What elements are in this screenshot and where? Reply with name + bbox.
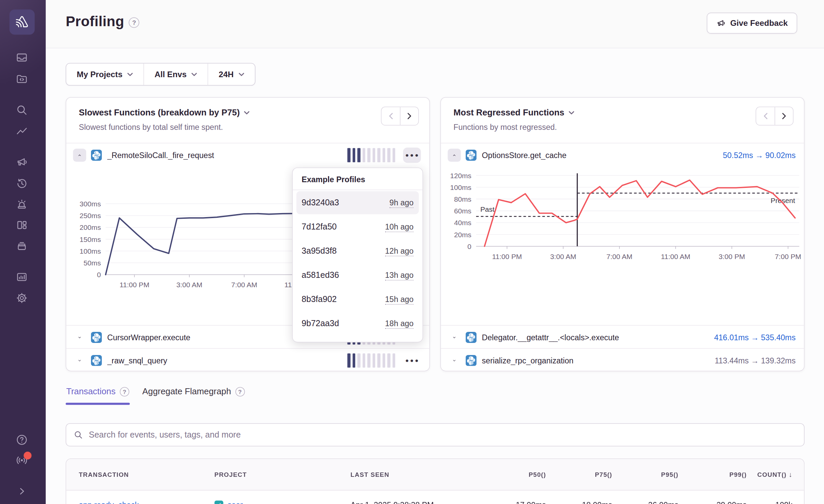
history-clock-icon[interactable]	[15, 177, 28, 190]
column-project[interactable]: PROJECT	[215, 471, 351, 478]
help-icon[interactable]: ?	[129, 17, 139, 28]
trend-line-icon[interactable]	[15, 125, 28, 138]
profile-item[interactable]: a581ed3613h ago	[296, 264, 419, 287]
sentry-logo[interactable]	[9, 9, 35, 35]
svg-text:100ms: 100ms	[450, 184, 471, 191]
after-value: 139.32ms	[761, 356, 795, 365]
help-icon[interactable]: ?	[235, 387, 245, 396]
python-icon	[91, 355, 102, 366]
prev-page-button[interactable]	[756, 107, 775, 125]
profile-item[interactable]: 7d12fa5010h ago	[296, 215, 419, 239]
function-row[interactable]: _raw_snql_query ●●●	[66, 348, 429, 372]
column-count[interactable]: COUNT()↓	[747, 470, 792, 478]
profile-id: 9d3240a3	[302, 198, 339, 207]
svg-text:11:00 PM: 11:00 PM	[492, 253, 522, 260]
function-row[interactable]: OptionsStore.get_cache 50.52ms → 90.02ms	[441, 143, 804, 166]
inbox-icon[interactable]	[15, 51, 28, 64]
projects-filter[interactable]: My Projects	[66, 63, 143, 85]
profile-id: 9b72aa3d	[302, 319, 339, 328]
before-value: 113.44ms	[715, 356, 748, 365]
table-row[interactable]: app.ready_check seer Apr 1, 2025 9:28:38…	[66, 491, 804, 504]
next-page-button[interactable]	[775, 107, 793, 125]
tab-aggregate-flamegraph[interactable]: Aggregate Flamegraph?	[142, 387, 245, 405]
column-p75[interactable]: P75()	[546, 471, 612, 478]
svg-text:80ms: 80ms	[454, 195, 471, 203]
function-name: Delegator.__getattr__.<locals>.execute	[482, 333, 710, 342]
expand-button[interactable]	[448, 354, 461, 367]
megaphone-icon	[716, 18, 725, 28]
svg-text:3:00 AM: 3:00 AM	[176, 281, 202, 289]
dropdown-title: Example Profiles	[293, 168, 423, 190]
help-icon[interactable]: ?	[120, 387, 129, 396]
search-icon[interactable]	[15, 103, 28, 116]
column-p50[interactable]: P50()	[476, 471, 546, 478]
column-count-label: COUNT()	[757, 471, 786, 478]
tab-transactions[interactable]: Transactions?	[66, 387, 130, 405]
archive-box-icon[interactable]	[15, 239, 28, 252]
transaction-link[interactable]: app.ready_check	[79, 500, 215, 504]
svg-text:50ms: 50ms	[84, 259, 101, 267]
svg-text:150ms: 150ms	[80, 236, 101, 243]
expand-button[interactable]	[448, 331, 461, 344]
megaphone-icon[interactable]	[15, 155, 28, 168]
regression-values[interactable]: 50.52ms → 90.02ms	[723, 150, 796, 159]
svg-text:11:00 AM: 11:00 AM	[661, 253, 690, 260]
layout-grid-icon[interactable]	[15, 218, 28, 231]
example-profiles-dropdown: Example Profiles 9d3240a39h ago 7d12fa50…	[292, 167, 423, 342]
give-feedback-button[interactable]: Give Feedback	[706, 13, 797, 34]
function-row[interactable]: Delegator.__getattr__.<locals>.execute 4…	[441, 325, 804, 349]
profile-age[interactable]: 12h ago	[385, 246, 414, 256]
slowest-functions-header: Slowest Functions (breakdown by P75) Slo…	[66, 98, 429, 143]
gear-icon[interactable]	[15, 292, 28, 304]
project-cell[interactable]: seer	[215, 500, 351, 504]
collapse-button[interactable]	[448, 148, 461, 161]
function-row[interactable]: serialize_rpc_organization 113.44ms → 13…	[441, 348, 804, 372]
date-range-filter[interactable]: 24H	[208, 63, 255, 85]
svg-text:200ms: 200ms	[80, 223, 101, 231]
column-p99[interactable]: P99()	[678, 471, 746, 478]
profile-item[interactable]: 9b72aa3d18h ago	[296, 312, 419, 335]
more-options-button[interactable]: ●●●	[403, 147, 421, 162]
arrow-right-icon: →	[751, 356, 759, 365]
slowest-functions-title-select[interactable]: Slowest Functions (breakdown by P75)	[79, 108, 417, 118]
chevron-left-icon	[387, 112, 394, 120]
profile-age[interactable]: 10h ago	[385, 222, 414, 232]
regression-values[interactable]: 416.01ms → 535.40ms	[714, 333, 796, 342]
environment-filter[interactable]: All Envs	[143, 63, 208, 85]
profile-age[interactable]: 13h ago	[385, 270, 414, 280]
bar-chart-icon[interactable]	[15, 270, 28, 283]
more-options-button[interactable]: ●●●	[403, 353, 421, 368]
profile-item[interactable]: 3a95d3f812h ago	[296, 240, 419, 263]
seer-project-icon	[215, 500, 224, 504]
expand-button[interactable]	[73, 354, 86, 367]
profile-item[interactable]: 8b3fa90215h ago	[296, 288, 419, 311]
filter-bar: My Projects All Envs 24H	[66, 63, 255, 86]
function-row[interactable]: _RemoteSiloCall._fire_request ●●●	[66, 143, 429, 166]
chevron-down-icon	[238, 72, 244, 77]
chevron-down-icon	[127, 72, 133, 77]
siren-icon[interactable]	[15, 197, 28, 210]
profile-age[interactable]: 15h ago	[385, 294, 414, 304]
help-circle-icon[interactable]	[15, 433, 28, 446]
main-content: My Projects All Envs 24H Slowest Functio…	[46, 48, 824, 504]
sparkline	[347, 148, 395, 162]
most-regressed-chart[interactable]: 120ms100ms80ms60ms40ms20ms011:00 PM3:00 …	[441, 170, 805, 265]
svg-text:250ms: 250ms	[80, 212, 101, 219]
chevron-right-icon[interactable]	[15, 485, 28, 497]
prev-page-button[interactable]	[381, 107, 400, 125]
date-range-filter-label: 24H	[219, 69, 234, 79]
profile-item[interactable]: 9d3240a39h ago	[296, 191, 419, 214]
column-last-seen[interactable]: LAST SEEN	[351, 471, 477, 478]
column-transaction[interactable]: TRANSACTION	[79, 471, 215, 478]
view-tabs: Transactions? Aggregate Flamegraph?	[66, 387, 245, 405]
column-p95[interactable]: P95()	[612, 471, 678, 478]
code-folder-icon[interactable]	[15, 72, 28, 85]
collapse-button[interactable]	[73, 148, 86, 161]
profile-age[interactable]: 9h ago	[390, 198, 414, 208]
profile-age[interactable]: 18h ago	[385, 318, 414, 329]
next-page-button[interactable]	[400, 107, 418, 125]
search-input[interactable]	[89, 430, 796, 440]
p75-cell: 18.00ms	[546, 500, 612, 504]
most-regressed-title-select[interactable]: Most Regressed Functions	[454, 108, 791, 118]
expand-button[interactable]	[73, 331, 86, 344]
